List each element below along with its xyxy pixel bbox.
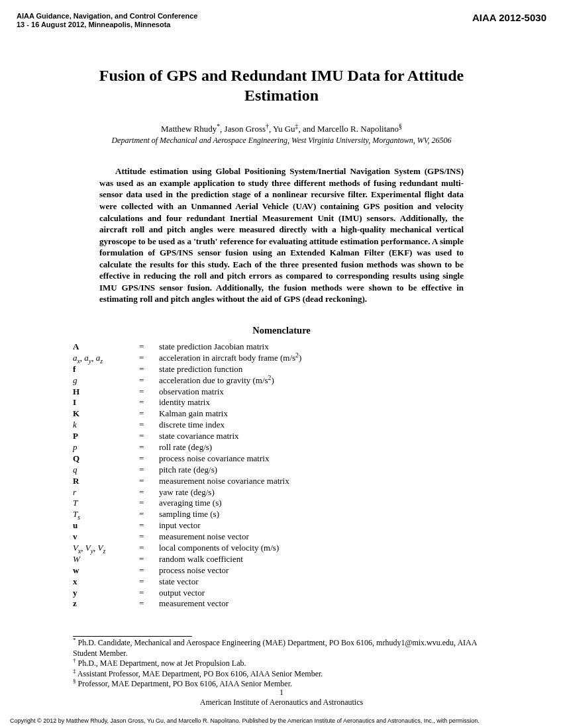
nomenclature-equals: = (139, 554, 159, 565)
nomenclature-equals: = (139, 531, 159, 543)
nomenclature-symbol: H (73, 387, 139, 398)
nomenclature-symbol: A (73, 341, 139, 353)
nomenclature-row: r=yaw rate (deg/s) (73, 487, 490, 498)
nomenclature-symbol: P (73, 431, 139, 442)
footnote-rule (73, 636, 192, 637)
nomenclature-row: w=process noise vector (73, 565, 490, 576)
nomenclature-symbol: W (73, 554, 139, 565)
nomenclature-definition: Kalman gain matrix (159, 408, 490, 420)
footnote-line: ‡ Assistant Professor, MAE Department, P… (73, 669, 490, 680)
page-content: Fusion of GPS and Redundant IMU Data for… (0, 29, 563, 610)
nomenclature-definition: observation matrix (159, 387, 490, 398)
nomenclature-symbol: x (73, 576, 139, 588)
nomenclature-equals: = (139, 588, 159, 599)
nomenclature-symbol: z (73, 598, 139, 610)
nomenclature-definition: averaging time (s) (159, 498, 490, 509)
nomenclature-equals: = (139, 543, 159, 554)
nomenclature-row: u=input vector (73, 520, 490, 531)
nomenclature-definition: state vector (159, 576, 490, 588)
nomenclature-equals: = (139, 387, 159, 398)
copyright-notice: Copyright © 2012 by Matthew Rhudy, Jason… (10, 717, 553, 724)
nomenclature-row: k=discrete time index (73, 420, 490, 431)
nomenclature-definition: random walk coefficient (159, 554, 490, 565)
nomenclature-symbol: f (73, 364, 139, 375)
nomenclature-equals: = (139, 453, 159, 465)
footer-organization: American Institute of Aeronautics and As… (0, 698, 563, 707)
nomenclature-symbol: K (73, 408, 139, 420)
nomenclature-equals: = (139, 476, 159, 487)
nomenclature-definition: pitch rate (deg/s) (159, 465, 490, 476)
nomenclature-definition: measurement noise covariance matrix (159, 476, 490, 487)
nomenclature-definition: roll rate (deg/s) (159, 442, 490, 453)
abstract: Attitude estimation using Global Positio… (73, 165, 490, 305)
conference-name: AIAA Guidance, Navigation, and Control C… (17, 12, 197, 21)
nomenclature-definition: identity matrix (159, 397, 490, 408)
nomenclature-symbol: q (73, 465, 139, 476)
nomenclature-definition: yaw rate (deg/s) (159, 487, 490, 498)
nomenclature-row: Vx, Vy, Vz=local components of velocity … (73, 543, 490, 554)
nomenclature-equals: = (139, 487, 159, 498)
nomenclature-row: ax, ay, az=acceleration in aircraft body… (73, 353, 490, 364)
paper-id: AIAA 2012-5030 (472, 12, 546, 29)
nomenclature-equals: = (139, 465, 159, 476)
nomenclature-definition: state covariance matrix (159, 431, 490, 442)
conference-info: AIAA Guidance, Navigation, and Control C… (17, 12, 197, 29)
nomenclature-table: A=state prediction Jacobian matrixax, ay… (73, 341, 490, 610)
authors: Matthew Rhudy*, Jason Gross†, Yu Gu‡, an… (73, 124, 490, 134)
nomenclature-definition: process noise vector (159, 565, 490, 576)
nomenclature-equals: = (139, 397, 159, 408)
nomenclature-equals: = (139, 509, 159, 520)
nomenclature-heading: Nomenclature (73, 325, 490, 336)
nomenclature-definition: acceleration due to gravity (m/s2) (159, 375, 490, 387)
nomenclature-equals: = (139, 408, 159, 420)
nomenclature-definition: measurement vector (159, 598, 490, 610)
page-number: 1 (0, 688, 563, 697)
nomenclature-equals: = (139, 353, 159, 364)
nomenclature-equals: = (139, 442, 159, 453)
nomenclature-row: R=measurement noise covariance matrix (73, 476, 490, 487)
nomenclature-definition: output vector (159, 588, 490, 599)
page-footer: 1 American Institute of Aeronautics and … (0, 688, 563, 707)
nomenclature-row: p=roll rate (deg/s) (73, 442, 490, 453)
nomenclature-definition: state prediction Jacobian matrix (159, 341, 490, 353)
nomenclature-definition: input vector (159, 520, 490, 531)
nomenclature-definition: sampling time (s) (159, 509, 490, 520)
nomenclature-equals: = (139, 598, 159, 610)
nomenclature-definition: state prediction function (159, 364, 490, 375)
nomenclature-symbol: p (73, 442, 139, 453)
nomenclature-symbol: r (73, 487, 139, 498)
page-header: AIAA Guidance, Navigation, and Control C… (0, 0, 563, 29)
nomenclature-equals: = (139, 520, 159, 531)
nomenclature-symbol: u (73, 520, 139, 531)
nomenclature-equals: = (139, 341, 159, 353)
nomenclature-definition: acceleration in aircraft body frame (m/s… (159, 353, 490, 364)
nomenclature-symbol: Ts (73, 509, 139, 520)
footnote-line: * Ph.D. Candidate, Mechanical and Aerosp… (73, 638, 490, 659)
nomenclature-symbol: g (73, 375, 139, 387)
nomenclature-symbol: T (73, 498, 139, 509)
nomenclature-row: v=measurement noise vector (73, 531, 490, 543)
nomenclature-row: g=acceleration due to gravity (m/s2) (73, 375, 490, 387)
nomenclature-symbol: w (73, 565, 139, 576)
nomenclature-equals: = (139, 375, 159, 387)
nomenclature-row: H=observation matrix (73, 387, 490, 398)
footnote-line: † Ph.D., MAE Department, now at Jet Prop… (73, 659, 490, 669)
nomenclature-row: I=identity matrix (73, 397, 490, 408)
conference-date: 13 - 16 August 2012, Minneapolis, Minnes… (17, 21, 197, 29)
nomenclature-row: Q=process noise covariance matrix (73, 453, 490, 465)
nomenclature-equals: = (139, 431, 159, 442)
nomenclature-row: K=Kalman gain matrix (73, 408, 490, 420)
nomenclature-row: A=state prediction Jacobian matrix (73, 341, 490, 353)
nomenclature-definition: process noise covariance matrix (159, 453, 490, 465)
nomenclature-equals: = (139, 364, 159, 375)
nomenclature-row: T=averaging time (s) (73, 498, 490, 509)
nomenclature-equals: = (139, 576, 159, 588)
nomenclature-symbol: R (73, 476, 139, 487)
nomenclature-symbol: k (73, 420, 139, 431)
nomenclature-symbol: y (73, 588, 139, 599)
nomenclature-symbol: v (73, 531, 139, 543)
nomenclature-row: f=state prediction function (73, 364, 490, 375)
abstract-text: Attitude estimation using Global Positio… (99, 166, 464, 304)
nomenclature-row: z=measurement vector (73, 598, 490, 610)
nomenclature-row: W=random walk coefficient (73, 554, 490, 565)
